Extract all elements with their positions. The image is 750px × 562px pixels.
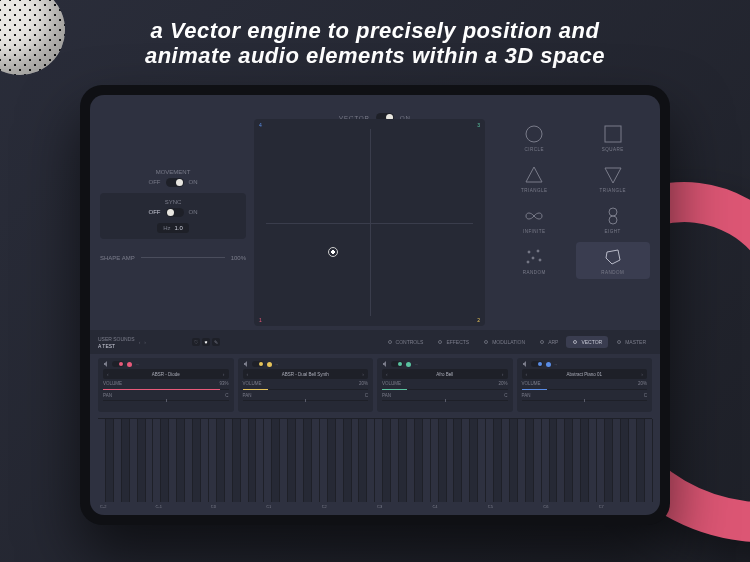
shape-infinite[interactable]: INFINITE [497,201,572,238]
piano-key[interactable] [201,419,209,502]
channel-preset[interactable]: ‹Abstract Piano 01› [522,369,648,379]
piano-key[interactable] [272,419,280,502]
tab-controls[interactable]: CONTROLS [381,336,430,348]
shape-tri-down[interactable]: TRIANGLE [576,160,651,197]
piano-key[interactable] [280,419,288,502]
sync-toggle[interactable] [166,208,184,217]
channel-power[interactable] [112,361,124,367]
pan-slider[interactable] [243,400,369,401]
piano-key[interactable] [296,419,304,502]
shape-random-dots[interactable]: RANDOM [497,242,572,279]
channel-power[interactable] [531,361,543,367]
piano-key[interactable] [161,419,169,502]
piano-key[interactable] [256,419,264,502]
piano-key[interactable] [344,419,352,502]
volume-slider[interactable] [382,389,508,390]
channel-route[interactable]: → [275,362,280,367]
piano-key[interactable] [454,419,462,502]
piano-key[interactable] [486,419,494,502]
piano-key[interactable] [312,419,320,502]
piano-key[interactable] [478,419,486,502]
piano-key[interactable] [557,419,565,502]
piano-key[interactable] [391,419,399,502]
shape-square[interactable]: SQUARE [576,119,651,156]
piano-key[interactable] [98,419,106,502]
piano-key[interactable] [581,419,589,502]
piano-key[interactable] [573,419,581,502]
channel-route[interactable]: → [554,362,559,367]
piano-key[interactable] [153,419,161,502]
movement-toggle[interactable] [166,178,184,187]
shape-circle[interactable]: CIRCLE [497,119,572,156]
shape-eight[interactable]: EIGHT [576,201,651,238]
piano-key[interactable] [399,419,407,502]
volume-slider[interactable] [522,389,648,390]
channel-power[interactable] [391,361,403,367]
piano-key[interactable] [177,419,185,502]
vector-cursor[interactable] [328,247,338,257]
channel-power[interactable] [252,361,264,367]
piano-key[interactable] [565,419,573,502]
piano-key[interactable] [415,419,423,502]
piano-key[interactable] [589,419,597,502]
channel-preset[interactable]: ‹ABSR - Diode› [103,369,229,379]
piano-key[interactable] [462,419,470,502]
preset-next-icon[interactable]: › [641,371,643,377]
piano-key[interactable] [526,419,534,502]
piano-key[interactable] [249,419,257,502]
tab-modulation[interactable]: MODULATION [477,336,531,348]
shape-amp-slider[interactable] [141,257,225,258]
piano-key[interactable] [423,419,431,502]
vector-xy-pad[interactable]: 4 3 1 2 [254,119,485,326]
piano-key[interactable] [431,419,439,502]
piano-key[interactable] [264,419,272,502]
piano-key[interactable] [534,419,542,502]
preset-next-icon[interactable]: › [502,371,504,377]
piano-key[interactable] [241,419,249,502]
preset-next-icon[interactable]: › [223,371,225,377]
preset-name[interactable]: A TEST [98,343,135,349]
channel-route[interactable]: → [135,362,140,367]
piano-key[interactable] [550,419,558,502]
pan-slider[interactable] [522,400,648,401]
piano-key[interactable] [470,419,478,502]
volume-slider[interactable] [103,389,229,390]
piano-key[interactable] [225,419,233,502]
piano-key[interactable] [613,419,621,502]
piano-key[interactable] [439,419,447,502]
preset-prev-icon[interactable]: ‹ [526,371,528,377]
tab-effects[interactable]: EFFECTS [431,336,475,348]
piano-key[interactable] [447,419,455,502]
preset-prev-icon[interactable]: ‹ [247,371,249,377]
piano-key[interactable] [359,419,367,502]
piano-key[interactable] [106,419,114,502]
piano-key[interactable] [352,419,360,502]
piano-key[interactable] [146,419,154,502]
piano-key[interactable] [320,419,328,502]
piano-key[interactable] [375,419,383,502]
piano-key[interactable] [304,419,312,502]
piano-key[interactable] [169,419,177,502]
preset-prev[interactable]: ‹ [139,339,141,345]
preset-next[interactable]: › [144,339,146,345]
tab-arp[interactable]: ARP [533,336,564,348]
piano-key[interactable] [510,419,518,502]
piano-key[interactable] [629,419,637,502]
piano-key[interactable] [114,419,122,502]
piano-key[interactable] [328,419,336,502]
volume-slider[interactable] [243,389,369,390]
preset-prev-icon[interactable]: ‹ [386,371,388,377]
piano-key[interactable] [122,419,130,502]
piano-key[interactable] [185,419,193,502]
piano-key[interactable] [209,419,217,502]
tab-vector[interactable]: VECTOR [566,336,608,348]
piano-key[interactable] [518,419,526,502]
piano-key[interactable] [130,419,138,502]
piano-key[interactable] [217,419,225,502]
preset-next-icon[interactable]: › [362,371,364,377]
tab-master[interactable]: MASTER [610,336,652,348]
piano-key[interactable] [645,419,653,502]
piano-key[interactable] [193,419,201,502]
piano-key[interactable] [605,419,613,502]
heart-3[interactable]: ✎ [212,338,220,346]
